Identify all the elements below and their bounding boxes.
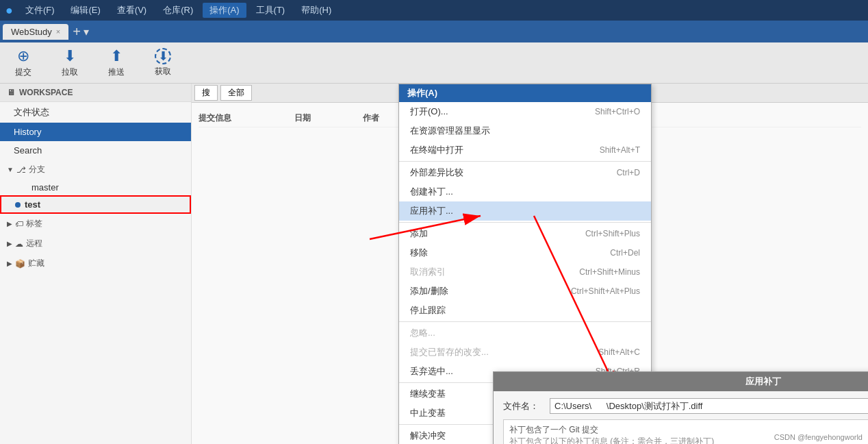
history-label: History (14, 127, 41, 137)
stash-label: 贮藏 (28, 258, 44, 269)
branch-test[interactable]: test (0, 195, 191, 214)
push-button[interactable]: ⬆ 推送 (100, 45, 133, 81)
menu-add-remove-label: 添加/删除 (410, 285, 448, 297)
current-branch-dot (15, 202, 21, 208)
tab-webstudy[interactable]: WebStudy × (3, 24, 68, 40)
dialog-title: 应用补丁 (494, 372, 868, 391)
commit-label: 提交 (15, 66, 31, 78)
content-area: 搜 全部 提交信息 日期 作者 提交 操作(A) 打开(O)... Shift+… (192, 84, 868, 444)
fetch-button[interactable]: ⬇ 获取 (146, 45, 179, 80)
tab-nav-button[interactable]: ▾ (84, 25, 89, 38)
branches-label: 分支 (29, 164, 45, 175)
menu-add-remove-shortcut: Ctrl+Shift+Alt+Plus (571, 286, 640, 296)
push-icon: ⬆ (110, 47, 123, 65)
menu-unindex-label: 取消索引 (410, 266, 446, 278)
tags-section[interactable]: ▶ 🏷 标签 (0, 214, 191, 234)
remote-section[interactable]: ▶ ☁ 远程 (0, 234, 191, 254)
menu-abort-rebase-label: 中止变基 (410, 407, 446, 419)
menu-ignore-label: 忽略... (410, 327, 435, 339)
menu-create-patch-label: 创建补丁... (410, 186, 453, 198)
app-logo: ● (5, 3, 13, 18)
menu-edit[interactable]: 编辑(E) (64, 3, 107, 18)
menu-open-terminal-label: 在终端中打开 (410, 144, 463, 156)
chevron-right-icon: ▶ (7, 220, 12, 227)
branches-section[interactable]: ▼ ⎇ 分支 (0, 160, 191, 180)
tab-label: WebStudy (11, 27, 52, 37)
menu-diff-shortcut: Ctrl+D (617, 168, 640, 177)
filestatus-label: 文件状态 (14, 107, 49, 117)
master-label: master (31, 182, 59, 193)
menu-ignore: 忽略... (399, 323, 651, 343)
menu-remove-label: 移除 (410, 247, 428, 259)
chevron-right-icon3: ▶ (7, 260, 12, 267)
menu-add-shortcut: Ctrl+Shift+Plus (585, 229, 640, 238)
commit-icon: ⊕ (17, 47, 29, 65)
push-label: 推送 (108, 66, 125, 78)
menu-remove[interactable]: 移除 Ctrl+Del (399, 243, 651, 262)
menu-action[interactable]: 操作(A) (203, 3, 246, 18)
filename-row: 文件名： ... (503, 398, 868, 414)
fetch-icon: ⬇ (155, 48, 171, 64)
menu-add-remove[interactable]: 添加/删除 Ctrl+Shift+Alt+Plus (399, 282, 651, 301)
menu-help[interactable]: 帮助(H) (294, 3, 338, 18)
stash-icon: 📦 (15, 259, 25, 269)
menu-commit-staged: 提交已暂存的改变... Shift+Alt+C (399, 343, 651, 362)
menu-tools[interactable]: 工具(T) (249, 3, 292, 18)
remote-label: 远程 (26, 238, 42, 249)
separator-2 (399, 222, 651, 223)
menu-resolve-conflicts-label: 解决冲突 (410, 430, 446, 442)
menu-create-patch[interactable]: 创建补丁... (399, 182, 651, 201)
menu-commit-staged-shortcut: Shift+Alt+C (598, 347, 640, 357)
menu-open-terminal-shortcut: Shift+Alt+T (600, 145, 640, 155)
workspace-label: WORKSPACE (19, 88, 73, 97)
menu-continue-rebase-label: 继续变基 (410, 388, 446, 400)
menu-diff[interactable]: 外部差异比较 Ctrl+D (399, 163, 651, 182)
menu-view[interactable]: 查看(V) (110, 3, 153, 18)
menu-open-label: 打开(O)... (410, 106, 448, 118)
menu-apply-patch-label: 应用补丁... (410, 205, 453, 217)
content-btn-2[interactable]: 全部 (220, 85, 252, 101)
cloud-icon: ☁ (15, 239, 23, 249)
sidebar-item-search[interactable]: Search (0, 141, 191, 160)
stash-section[interactable]: ▶ 📦 贮藏 (0, 254, 191, 273)
toolbar: ⊕ 提交 ⬇ 拉取 ⬆ 推送 ⬇ 获取 (0, 42, 868, 84)
content-btn-1[interactable]: 搜 (194, 85, 218, 101)
branch-icon: ⎇ (16, 165, 26, 175)
separator-3 (399, 321, 651, 322)
separator-1 (399, 161, 651, 162)
menu-show-explorer-label: 在资源管理器里显示 (410, 125, 490, 137)
new-tab-button[interactable]: + (73, 24, 81, 40)
menu-show-explorer[interactable]: 在资源管理器里显示 (399, 121, 651, 140)
search-label: Search (14, 145, 42, 156)
menu-diff-label: 外部差异比较 (410, 166, 463, 179)
sidebar-item-filestatus[interactable]: 文件状态 (0, 102, 191, 123)
branch-master[interactable]: master (0, 180, 191, 195)
menu-add[interactable]: 添加 Ctrl+Shift+Plus (399, 224, 651, 243)
pull-icon: ⬇ (64, 47, 76, 65)
monitor-icon: 🖥 (7, 88, 15, 97)
main-layout: 🖥 WORKSPACE 文件状态 History Search ▼ ⎇ 分支 m… (0, 84, 868, 444)
menu-remove-shortcut: Ctrl+Del (610, 248, 640, 258)
pull-button[interactable]: ⬇ 拉取 (53, 45, 86, 81)
commit-button[interactable]: ⊕ 提交 (7, 45, 40, 81)
tab-bar: WebStudy × + ▾ (0, 21, 868, 42)
pull-label: 拉取 (62, 66, 78, 78)
filename-label: 文件名： (503, 400, 544, 412)
menu-bar: ● 文件(F) 编辑(E) 查看(V) 仓库(R) 操作(A) 工具(T) 帮助… (0, 0, 868, 21)
test-label: test (25, 199, 40, 210)
menu-stop-track[interactable]: 停止跟踪 (399, 301, 651, 320)
menu-commit-staged-label: 提交已暂存的改变... (410, 346, 489, 358)
menu-add-label: 添加 (410, 227, 428, 240)
menu-open[interactable]: 打开(O)... Shift+Ctrl+O (399, 102, 651, 121)
workspace-header: 🖥 WORKSPACE (0, 84, 191, 102)
filename-input[interactable] (550, 398, 868, 414)
menu-unindex: 取消索引 Ctrl+Shift+Minus (399, 262, 651, 282)
menu-file[interactable]: 文件(F) (18, 3, 62, 18)
menu-apply-patch[interactable]: 应用补丁... (399, 201, 651, 221)
menu-repo[interactable]: 仓库(R) (156, 3, 200, 18)
menu-open-shortcut: Shift+Ctrl+O (595, 107, 640, 116)
menu-open-terminal[interactable]: 在终端中打开 Shift+Alt+T (399, 140, 651, 160)
tab-close-button[interactable]: × (56, 27, 60, 36)
sidebar-item-history[interactable]: History (0, 123, 191, 141)
tag-icon: 🏷 (15, 219, 23, 229)
